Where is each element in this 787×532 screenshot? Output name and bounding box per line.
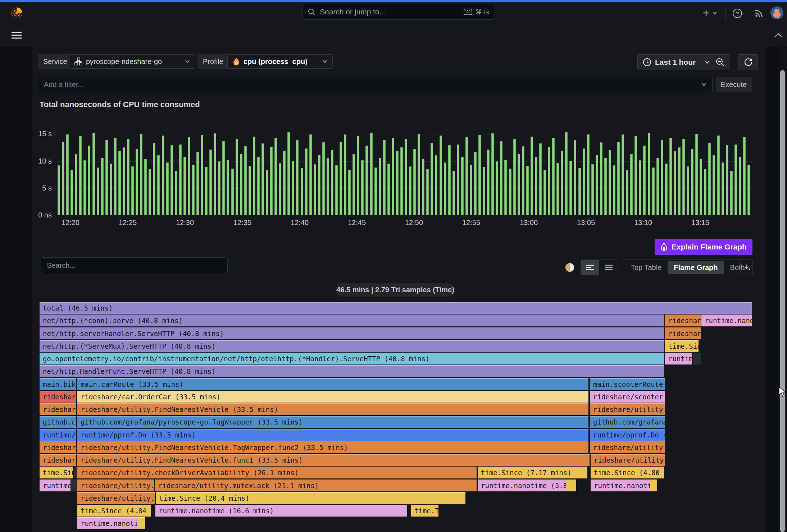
- chart-bar[interactable]: [292, 161, 294, 215]
- flame-segment[interactable]: net/http.serverHandler.ServeHTTP (40.8 m…: [40, 327, 664, 339]
- chart-bar[interactable]: [431, 143, 433, 215]
- chart-bar[interactable]: [287, 132, 290, 215]
- chart-bar[interactable]: [88, 146, 90, 215]
- align-left-button[interactable]: [581, 260, 599, 275]
- chart-bar[interactable]: [70, 170, 73, 215]
- chart-bar[interactable]: [626, 170, 628, 215]
- chart-bar[interactable]: [322, 142, 325, 215]
- flame-segment[interactable]: main.scooterRoute: [590, 378, 665, 390]
- chart-bar[interactable]: [236, 139, 238, 215]
- chart-bar[interactable]: [374, 168, 377, 215]
- chart-bar[interactable]: [162, 136, 164, 215]
- flame-segment[interactable]: rideshare/utility.mutexLock (21.1 mins): [155, 480, 477, 491]
- chart-bar[interactable]: [630, 154, 633, 215]
- chart-bar[interactable]: [296, 140, 299, 215]
- flame-segment[interactable]: rideshar: [665, 327, 701, 339]
- chart-bar[interactable]: [301, 168, 303, 215]
- global-search[interactable]: ⌘+k: [302, 4, 495, 20]
- chart-bar[interactable]: [240, 154, 242, 215]
- chart-bar[interactable]: [743, 137, 746, 215]
- chart-bar[interactable]: [136, 149, 138, 215]
- flame-segment[interactable]: rideshare: [40, 441, 76, 453]
- chart-bar[interactable]: [253, 137, 255, 215]
- chart-bar[interactable]: [314, 164, 316, 215]
- chart-bar[interactable]: [634, 136, 637, 215]
- flame-segment[interactable]: time.Since (4.84 m: [77, 505, 151, 517]
- chart-bar[interactable]: [583, 148, 585, 215]
- flame-segment[interactable]: rideshare/utility.FindNearestVehicle.Tag…: [77, 441, 588, 453]
- chart-bar[interactable]: [361, 160, 364, 215]
- chart-bar[interactable]: [713, 155, 715, 215]
- chart-bar[interactable]: [435, 155, 437, 215]
- grafana-logo[interactable]: [10, 6, 24, 20]
- flame-segment[interactable]: runtime.nanotim: [591, 480, 650, 491]
- flame-segment[interactable]: main.carRoute (33.5 mins): [77, 378, 588, 390]
- chart-bar[interactable]: [331, 150, 333, 215]
- chart-bar[interactable]: [569, 161, 572, 215]
- chart-bar[interactable]: [205, 167, 208, 215]
- chart-bar[interactable]: [665, 164, 668, 215]
- view-option-flame-graph[interactable]: Flame Graph: [668, 261, 724, 274]
- flame-segment[interactable]: rideshare/utility.FindNearestVehicle (33…: [77, 403, 588, 415]
- news-rss-icon[interactable]: [753, 8, 765, 19]
- chart-bar[interactable]: [144, 159, 147, 215]
- flame-segment[interactable]: rideshar: [665, 315, 701, 326]
- chart-bar[interactable]: [617, 142, 620, 215]
- chart-bar[interactable]: [522, 146, 524, 215]
- flame-segment[interactable]: rideshare: [40, 454, 76, 466]
- chart-bar[interactable]: [279, 163, 281, 215]
- chart-bar[interactable]: [392, 138, 394, 215]
- align-justify-button[interactable]: [599, 260, 618, 275]
- chart-bar[interactable]: [440, 136, 442, 215]
- flame-segment[interactable]: github.co: [40, 416, 76, 428]
- chart-bar[interactable]: [678, 147, 681, 215]
- flame-segment[interactable]: net/http.HandlerFunc.ServeHTTP (40.8 min…: [40, 365, 664, 377]
- search-input[interactable]: [319, 7, 460, 17]
- flame-segment[interactable]: runtime.nanotime (5.81: [478, 480, 566, 491]
- chart-bar[interactable]: [209, 150, 212, 215]
- chart-bar[interactable]: [578, 168, 581, 215]
- service-select[interactable]: pyroscope-rideshare-go: [69, 54, 195, 69]
- chart-bar[interactable]: [548, 147, 550, 215]
- chart-bar[interactable]: [674, 151, 676, 215]
- flame-segment[interactable]: time.Since (4.80 m: [591, 467, 664, 478]
- chart-bar[interactable]: [717, 136, 720, 215]
- chart-bar[interactable]: [387, 164, 390, 215]
- chart-bar[interactable]: [661, 140, 663, 215]
- chart-bar[interactable]: [695, 134, 698, 215]
- chart-bar[interactable]: [309, 134, 312, 215]
- chart-bar[interactable]: [344, 134, 346, 215]
- chart-bar[interactable]: [62, 142, 64, 215]
- chart-bar[interactable]: [574, 140, 576, 215]
- chart-bar[interactable]: [491, 133, 494, 215]
- chart-bar[interactable]: [270, 147, 273, 215]
- flame-segment[interactable]: [71, 480, 77, 491]
- color-scheme-toggle[interactable]: [562, 260, 578, 275]
- chart-bar[interactable]: [734, 145, 737, 215]
- chart-bar[interactable]: [531, 137, 533, 215]
- chart-bar[interactable]: [452, 171, 455, 215]
- chart-bar[interactable]: [340, 142, 342, 215]
- filter-input[interactable]: [43, 80, 701, 89]
- chart-bar[interactable]: [370, 133, 373, 215]
- chart-bar[interactable]: [305, 148, 308, 215]
- chart-bar[interactable]: [123, 147, 125, 215]
- chart-bar[interactable]: [383, 140, 386, 215]
- execute-button[interactable]: Execute: [716, 77, 752, 92]
- chart-bar[interactable]: [83, 160, 86, 215]
- flame-segment[interactable]: go.opentelemetry.io/contrib/instrumentat…: [40, 353, 664, 364]
- flame-segment[interactable]: rideshare: [40, 403, 76, 415]
- flame-segment[interactable]: runtime.nanotim: [77, 517, 137, 529]
- chart-bar[interactable]: [726, 145, 728, 215]
- chart-bar[interactable]: [218, 161, 220, 215]
- chart-bar[interactable]: [639, 160, 641, 215]
- flame-segment[interactable]: github.com/grafana/pyroscope-go.TagWrapp…: [77, 416, 588, 428]
- chart-bar[interactable]: [201, 135, 203, 215]
- hamburger-menu-icon[interactable]: [10, 30, 23, 40]
- chart-bar[interactable]: [656, 158, 659, 215]
- chart-bar[interactable]: [348, 170, 351, 215]
- flame-search-box[interactable]: [41, 257, 228, 273]
- chart-bar[interactable]: [335, 165, 338, 215]
- flame-segment[interactable]: [650, 480, 657, 491]
- chart-bar[interactable]: [214, 133, 216, 215]
